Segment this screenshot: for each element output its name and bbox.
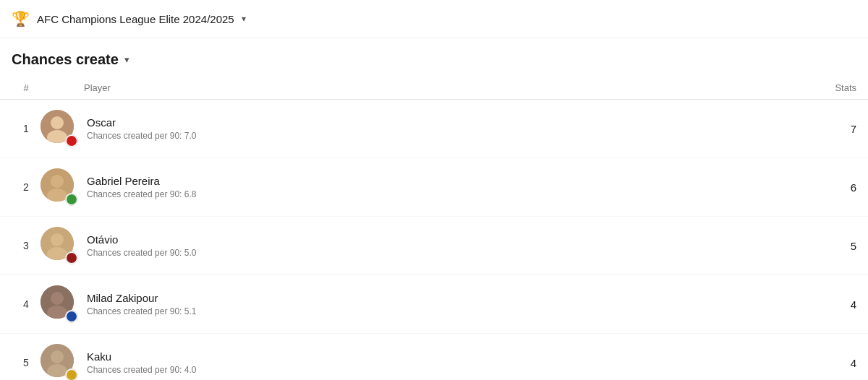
player-name: Otávio (87, 233, 799, 246)
player-stat-detail: Chances created per 90: 5.0 (87, 248, 799, 258)
player-info: Gabriel Pereira Chances created per 90: … (87, 175, 799, 199)
section-header: Chances create ▾ (0, 38, 868, 77)
svg-point-11 (67, 253, 77, 263)
stat-value: 7 (799, 123, 856, 135)
player-info: Otávio Chances created per 90: 5.0 (87, 233, 799, 258)
player-stat-detail: Chances created per 90: 5.1 (87, 306, 799, 316)
stat-value: 4 (799, 357, 856, 369)
player-list: 1 Oscar Chances created per 90: 7.0 7 2 (0, 100, 868, 380)
player-rank: 2 (12, 181, 41, 193)
avatar (41, 285, 78, 323)
section-title: Chances create (12, 51, 119, 68)
section-dropdown-arrow[interactable]: ▾ (124, 54, 129, 65)
column-player: Player (41, 82, 799, 93)
svg-point-9 (51, 233, 64, 246)
team-badge (65, 134, 78, 147)
trophy-icon: 🏆 (12, 10, 30, 27)
player-info: Kaku Chances created per 90: 4.0 (87, 350, 799, 375)
player-rank: 1 (12, 123, 41, 134)
column-rank: # (12, 82, 41, 93)
avatar (41, 110, 78, 147)
player-info: Milad Zakipour Chances created per 90: 5… (87, 292, 799, 316)
svg-point-3 (67, 136, 77, 146)
player-info: Oscar Chances created per 90: 7.0 (87, 116, 799, 141)
player-stat-detail: Chances created per 90: 4.0 (87, 365, 799, 375)
table-row[interactable]: 3 Otávio Chances created per 90: 5.0 5 (0, 217, 868, 275)
player-stat-detail: Chances created per 90: 6.8 (87, 189, 799, 199)
competition-dropdown-arrow[interactable]: ▾ (242, 14, 246, 24)
competition-title: AFC Champions League Elite 2024/2025 (37, 13, 234, 25)
table-row[interactable]: 1 Oscar Chances created per 90: 7.0 7 (0, 100, 868, 158)
player-rank: 3 (12, 240, 41, 251)
svg-point-5 (51, 175, 64, 188)
svg-point-13 (51, 292, 64, 305)
column-stats: Stats (799, 82, 856, 93)
avatar (41, 168, 78, 206)
svg-point-17 (51, 350, 64, 363)
table-row[interactable]: 4 Milad Zakipour Chances created per 90:… (0, 275, 868, 334)
player-name: Milad Zakipour (87, 292, 799, 304)
player-name: Kaku (87, 350, 799, 363)
svg-point-19 (67, 370, 77, 380)
team-badge (65, 251, 78, 264)
stat-value: 4 (799, 298, 856, 311)
player-name: Oscar (87, 116, 799, 129)
stat-value: 5 (799, 240, 856, 252)
team-badge (65, 193, 78, 206)
avatar (41, 344, 78, 380)
team-badge (65, 310, 78, 323)
avatar (41, 227, 78, 264)
table-row[interactable]: 2 Gabriel Pereira Chances created per 90… (0, 158, 868, 217)
table-header: # Player Stats (0, 77, 868, 100)
svg-point-1 (51, 116, 64, 129)
table-row[interactable]: 5 Kaku Chances created per 90: 4.0 4 (0, 334, 868, 380)
svg-point-7 (67, 194, 77, 204)
player-rank: 4 (12, 298, 41, 310)
player-name: Gabriel Pereira (87, 175, 799, 187)
header: 🏆 AFC Champions League Elite 2024/2025 ▾ (0, 0, 868, 38)
player-rank: 5 (12, 357, 41, 368)
player-stat-detail: Chances created per 90: 7.0 (87, 131, 799, 141)
stat-value: 6 (799, 181, 856, 194)
team-badge (65, 368, 78, 380)
svg-point-15 (67, 311, 77, 321)
